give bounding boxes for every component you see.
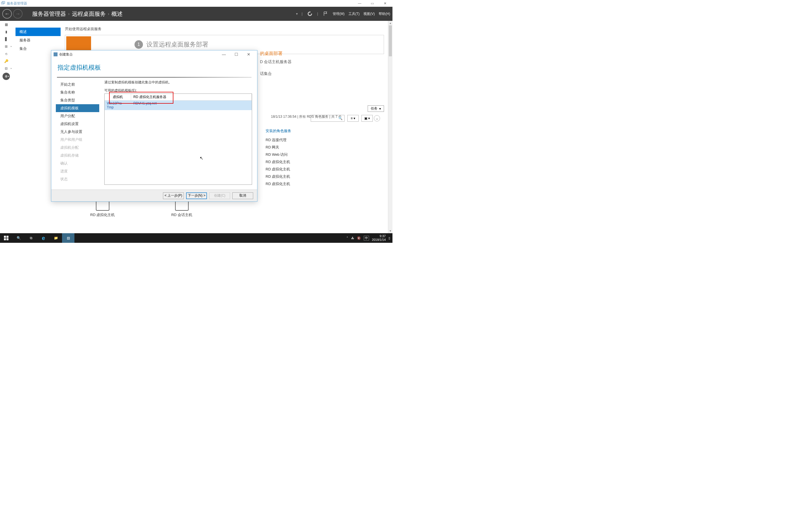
table-row[interactable]: Win10Pro-Tmp RDVH1.yzq.net — [105, 101, 252, 110]
system-tray: ˄ 🖧 🔇 中 9:37 2018/1/14 ▯ — [347, 234, 393, 242]
ime-indicator[interactable]: 中 — [364, 236, 369, 240]
refresh-icon[interactable] — [306, 10, 313, 17]
dialog-minimize-button[interactable]: — — [218, 51, 230, 58]
close-button[interactable]: ✕ — [378, 0, 391, 7]
wizard-nav: 开始之前 集合名称 集合类型 虚拟机模板 用户分配 虚拟机设置 无人参与设置 用… — [51, 78, 99, 190]
cancel-button[interactable]: 取消 — [232, 192, 253, 199]
chevron-right-icon: ▸ — [8, 75, 9, 77]
filter-save-button[interactable]: ▣ ▾ — [361, 115, 373, 122]
step-number-badge: 1 — [135, 40, 143, 49]
tray-clock[interactable]: 9:37 2018/1/14 — [372, 234, 386, 242]
vertical-scrollbar[interactable]: ▲ ▼ — [388, 21, 393, 233]
tasks-dropdown[interactable]: 任务▾ — [368, 105, 384, 112]
wizard-step-confirm: 确认 — [57, 159, 99, 167]
rail-all-icon[interactable]: ▋ — [0, 36, 12, 43]
chevron-down-icon: ▾ — [379, 107, 381, 111]
role-item[interactable]: RD 虚拟化主机 — [266, 180, 322, 187]
breadcrumb: 服务器管理器 › 远程桌面服务 › 概述 — [32, 10, 123, 18]
menu-help[interactable]: 帮助(H) — [378, 11, 390, 16]
create-button: 创建(C) — [209, 192, 230, 199]
wizard-step-template[interactable]: 虚拟机模板 — [56, 104, 99, 112]
chevron-right-icon: › — [68, 11, 70, 16]
chevron-right-icon: ▸ — [11, 45, 12, 48]
forward-button[interactable]: → — [13, 9, 22, 18]
dialog-close-button[interactable]: ✕ — [243, 51, 255, 58]
task-view-button[interactable]: ⧉ — [25, 233, 37, 243]
bottom-label: RD 虚拟化主机 — [90, 212, 115, 217]
breadcrumb-root[interactable]: 服务器管理器 — [32, 10, 66, 18]
wizard-step-unattend[interactable]: 无人参与设置 — [57, 128, 99, 136]
table-label: 可用的虚拟机模板(E): — [104, 88, 252, 93]
role-item[interactable]: RD Web 访问 — [266, 151, 322, 158]
rail-local-icon[interactable]: ▮ — [0, 28, 12, 36]
svg-rect-3 — [6, 236, 8, 238]
taskbar-server-manager-icon[interactable]: ▤ — [62, 233, 74, 243]
filter-list-button[interactable]: ≡ ▾ — [347, 115, 359, 122]
app-icon — [1, 1, 6, 6]
th-vm[interactable]: 虚拟机 — [105, 94, 131, 100]
rail-iis-icon[interactable]: ⎋ — [0, 50, 12, 57]
roles-list: 安装的角色服务 RD 连接代理 RD 网关 RD Web 访问 RD 虚拟化主机… — [266, 127, 322, 187]
menu-manage[interactable]: 管理(M) — [333, 11, 345, 16]
wizard-step-vmassign: 虚拟机分配 — [57, 144, 99, 152]
wizard-step-before[interactable]: 开始之前 — [57, 80, 99, 89]
dropdown-caret-icon[interactable]: ▾ — [296, 12, 298, 16]
filter-search-input[interactable]: 🔍 — [311, 115, 345, 122]
rail-storage-icon[interactable]: ⊟▸ — [0, 65, 12, 72]
role-item[interactable]: RD 连接代理 — [266, 136, 322, 144]
wizard-step-userassign[interactable]: 用户分配 — [57, 112, 99, 120]
search-button[interactable]: 🔍 — [12, 233, 25, 243]
templates-table[interactable]: 虚拟机 RD 虚拟化主机服务器 Win10Pro-Tmp RDVH1.yzq.n… — [104, 94, 252, 185]
rail-cert-icon[interactable]: 🔑 — [0, 57, 12, 65]
scroll-up-icon[interactable]: ▲ — [388, 21, 393, 25]
wizard-step-type[interactable]: 集合类型 — [57, 96, 99, 104]
dialog-titlebar: 创建集合 — ☐ ✕ — [51, 50, 257, 58]
tray-notifications-icon[interactable]: ▯ — [389, 236, 390, 240]
role-item[interactable]: RD 网关 — [266, 144, 322, 151]
back-button[interactable]: ← — [2, 9, 12, 18]
svg-rect-0 — [1, 2, 4, 4]
taskbar-explorer-icon[interactable]: 📁 — [50, 233, 62, 243]
th-host[interactable]: RD 虚拟化主机服务器 — [131, 94, 252, 100]
role-item[interactable]: RD 虚拟化主机 — [266, 158, 322, 166]
wizard-step-status: 状态 — [57, 175, 99, 183]
dialog-footer: < 上一步(P) 下一步(N) > 创建(C) 取消 — [51, 189, 257, 202]
icon-rail: ▦ ▮ ▋ ⊞▸ ⎋ 🔑 ⊟▸ ⊕▸ — [0, 21, 12, 80]
expand-button[interactable]: ⌄ — [374, 115, 380, 121]
nav-overview[interactable]: 概述 — [15, 27, 61, 36]
filter-toolbar: 🔍 ≡ ▾ ▣ ▾ — [311, 115, 373, 122]
chevron-right-icon: ▸ — [11, 67, 12, 69]
wizard-step-usersgroups: 用户和用户组 — [57, 136, 99, 144]
right-title: 的桌面部署 — [260, 51, 384, 57]
svg-rect-1 — [2, 1, 5, 3]
breadcrumb-section[interactable]: 远程桌面服务 — [72, 10, 106, 18]
menu-view[interactable]: 视图(V) — [363, 11, 375, 16]
rd-session-host-icon[interactable]: RD 会话主机 — [171, 200, 192, 217]
menu-tools[interactable]: 工具(T) — [349, 11, 359, 16]
breadcrumb-page[interactable]: 概述 — [111, 10, 123, 18]
flag-icon[interactable] — [322, 10, 329, 17]
nav-servers[interactable]: 服务器 — [15, 36, 61, 45]
chevron-right-icon: › — [108, 11, 109, 16]
rail-rds-icon[interactable]: ⊕▸ — [3, 73, 10, 80]
tray-network-icon[interactable]: 🖧 — [351, 236, 354, 240]
taskbar-ie-icon[interactable]: e — [37, 233, 50, 243]
prev-button[interactable]: < 上一步(P) — [163, 192, 184, 199]
role-item[interactable]: RD 虚拟化主机 — [266, 166, 322, 173]
wizard-step-vmsettings[interactable]: 虚拟机设置 — [57, 120, 99, 128]
start-button[interactable] — [0, 233, 12, 243]
scrollbar-thumb[interactable] — [389, 25, 392, 56]
scroll-down-icon[interactable]: ▼ — [388, 229, 393, 233]
rail-hyperv-icon[interactable]: ⊞▸ — [0, 43, 12, 50]
minimize-button[interactable]: — — [353, 0, 366, 7]
chevron-down-icon: ⌄ — [376, 117, 378, 120]
tray-up-icon[interactable]: ˄ — [347, 236, 348, 240]
role-item[interactable]: RD 虚拟化主机 — [266, 173, 322, 180]
next-button[interactable]: 下一步(N) > — [186, 192, 207, 199]
wizard-step-name[interactable]: 集合名称 — [57, 89, 99, 96]
rail-dashboard-icon[interactable]: ▦ — [0, 21, 12, 28]
tray-volume-icon[interactable]: 🔇 — [357, 236, 361, 240]
maximize-button[interactable]: ▭ — [366, 0, 378, 7]
dialog-maximize-button[interactable]: ☐ — [230, 51, 243, 58]
rd-virtualization-host-icon[interactable]: RD 虚拟化主机 — [90, 200, 115, 217]
